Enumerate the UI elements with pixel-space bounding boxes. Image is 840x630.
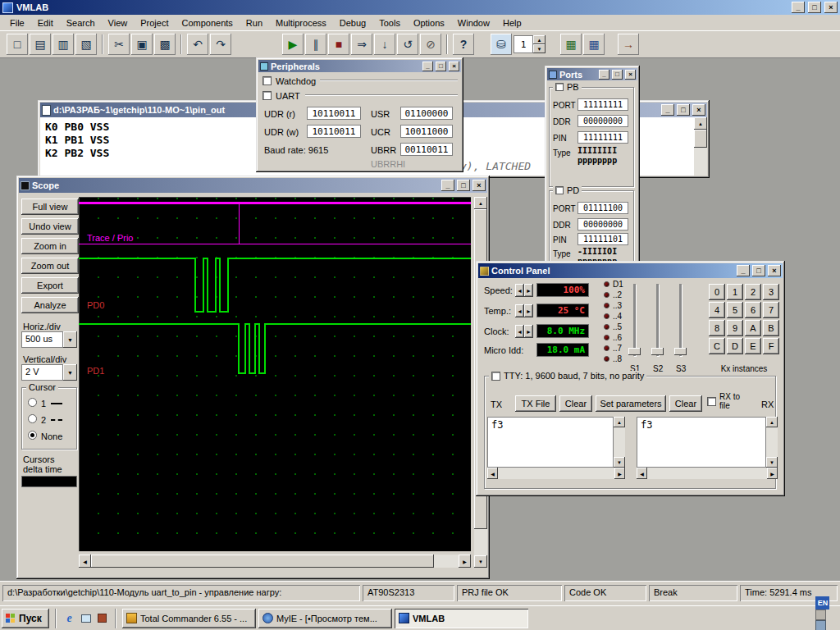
scope-close-button[interactable]: × bbox=[472, 180, 486, 191]
keypad-button-9[interactable]: 9 bbox=[727, 320, 743, 336]
zoom-out-button[interactable]: Zoom out bbox=[21, 258, 79, 274]
menu-item-help[interactable]: Help bbox=[496, 16, 528, 30]
clear-rx-button[interactable]: Clear bbox=[669, 395, 702, 412]
paste-button[interactable]: ▩ bbox=[154, 34, 176, 55]
ports-close-button[interactable]: × bbox=[625, 70, 636, 80]
keypad-button-3[interactable]: 3 bbox=[763, 284, 779, 300]
keypad-button-0[interactable]: 0 bbox=[709, 284, 725, 300]
pd-checkbox[interactable] bbox=[555, 186, 564, 194]
tx-vscroll-down-icon[interactable]: ▼ bbox=[614, 457, 625, 468]
keypad-button-1[interactable]: 1 bbox=[727, 284, 743, 300]
editor-vscroll-thumb[interactable] bbox=[694, 130, 707, 148]
editor-maximize-button[interactable]: □ bbox=[677, 104, 690, 116]
clock-spin-left[interactable]: ◄ bbox=[515, 325, 524, 338]
save-button[interactable]: ▥ bbox=[52, 34, 74, 55]
ports-titlebar[interactable]: Ports _ □ × bbox=[547, 68, 637, 80]
tx-vscroll[interactable]: ▲ ▼ bbox=[614, 417, 625, 468]
start-button[interactable]: Пуск bbox=[2, 609, 49, 628]
tray-language-indicator[interactable]: EN bbox=[815, 596, 829, 609]
keypad-button-c[interactable]: C bbox=[709, 338, 725, 354]
pb-ddr-field[interactable]: 00000000 bbox=[578, 115, 628, 127]
rx-textarea[interactable]: f3 bbox=[637, 417, 766, 468]
peripherals-minimize-button[interactable]: _ bbox=[422, 62, 433, 71]
editor-close-button[interactable]: × bbox=[692, 104, 705, 116]
clock-spin-right[interactable]: ► bbox=[524, 325, 533, 338]
keypad-button-b[interactable]: B bbox=[763, 320, 779, 336]
tx-hscroll[interactable]: ◀ ▶ bbox=[487, 468, 625, 479]
pb-checkbox[interactable] bbox=[555, 83, 564, 91]
ucr-field[interactable]: 10011000 bbox=[400, 125, 453, 138]
rx-to-file-checkbox[interactable] bbox=[707, 397, 716, 406]
rx-vscroll-up-icon[interactable]: ▲ bbox=[766, 417, 778, 427]
clear-tx-button[interactable]: Clear bbox=[559, 395, 592, 412]
pb-pin-field[interactable]: 11111111 bbox=[578, 131, 628, 144]
new-button[interactable]: □ bbox=[7, 34, 28, 55]
reset-button[interactable]: ↺ bbox=[397, 34, 418, 55]
main-close-button[interactable]: × bbox=[824, 2, 838, 13]
menu-item-search[interactable]: Search bbox=[60, 16, 102, 30]
keypad-button-d[interactable]: D bbox=[727, 338, 743, 354]
keypad-button-7[interactable]: 7 bbox=[763, 302, 779, 318]
board-button[interactable]: ▦ bbox=[560, 34, 582, 55]
tray-app-icon[interactable] bbox=[815, 620, 826, 630]
slider-s1-thumb[interactable] bbox=[628, 348, 641, 355]
control-panel-minimize-button[interactable]: _ bbox=[737, 265, 750, 276]
scope-hscroll-thumb[interactable] bbox=[91, 555, 434, 568]
rx-vscroll-down-icon[interactable]: ▼ bbox=[766, 457, 778, 468]
process-count-spinner[interactable]: 1 ▲ ▼ bbox=[514, 35, 546, 53]
scope-hscroll[interactable]: ◀ ▶ bbox=[79, 555, 471, 568]
tx-hscroll-left-icon[interactable]: ◀ bbox=[487, 468, 498, 479]
help-button[interactable]: ? bbox=[453, 34, 474, 55]
exit-button[interactable]: → bbox=[618, 34, 639, 55]
rx-hscroll-right-icon[interactable]: ▶ bbox=[767, 468, 778, 479]
uart-checkbox[interactable] bbox=[262, 91, 272, 100]
control-panel-titlebar[interactable]: Control Panel _ □ × bbox=[478, 263, 783, 278]
temp-spin-left[interactable]: ◄ bbox=[515, 304, 524, 317]
quicklaunch-app-icon[interactable] bbox=[95, 611, 109, 625]
main-maximize-button[interactable]: □ bbox=[808, 2, 821, 13]
temp-spin-right[interactable]: ► bbox=[524, 304, 533, 317]
keypad-button-6[interactable]: 6 bbox=[745, 302, 761, 318]
analyze-button[interactable]: Analyze bbox=[21, 297, 79, 313]
cursor-1-radio[interactable] bbox=[28, 398, 37, 407]
scope-vscroll-down-icon[interactable]: ▼ bbox=[474, 555, 487, 568]
watchdog-checkbox[interactable] bbox=[262, 76, 272, 85]
tx-textarea[interactable]: f3 bbox=[487, 417, 614, 468]
ubrr-field[interactable]: 00110011 bbox=[400, 143, 453, 156]
spin-up-icon[interactable]: ▲ bbox=[533, 35, 546, 44]
task-myie[interactable]: MyIE - [•Просмотр тем... bbox=[258, 609, 392, 628]
copy-button[interactable]: ▣ bbox=[131, 34, 153, 55]
menu-item-debug[interactable]: Debug bbox=[333, 16, 372, 30]
menu-item-project[interactable]: Project bbox=[134, 16, 175, 30]
udr-r-field[interactable]: 10110011 bbox=[307, 107, 361, 120]
pb-port-field[interactable]: 11111111 bbox=[578, 98, 628, 111]
menu-item-options[interactable]: Options bbox=[407, 16, 451, 30]
udr-w-field[interactable]: 10110011 bbox=[307, 125, 361, 138]
set-parameters-button[interactable]: Set parameters bbox=[596, 395, 666, 412]
scope-maximize-button[interactable]: □ bbox=[457, 180, 470, 191]
build-button[interactable]: ▧ bbox=[75, 34, 97, 55]
speed-spin-right[interactable]: ► bbox=[524, 284, 533, 297]
process-button[interactable]: ⛁ bbox=[491, 34, 512, 55]
keypad-button-f[interactable]: F bbox=[763, 338, 779, 354]
cut-button[interactable]: ✂ bbox=[108, 34, 130, 55]
zoom-in-button[interactable]: Zoom in bbox=[21, 238, 79, 254]
task-vmlab[interactable]: VMLAB bbox=[395, 609, 528, 628]
redo-button[interactable]: ↷ bbox=[210, 34, 231, 55]
tx-hscroll-right-icon[interactable]: ▶ bbox=[614, 468, 625, 479]
peripherals-maximize-button[interactable]: □ bbox=[436, 62, 446, 71]
menu-item-components[interactable]: Components bbox=[175, 16, 239, 30]
horiz-div-select[interactable]: 500 us ▼ bbox=[21, 331, 77, 348]
full-view-button[interactable]: Full view bbox=[21, 199, 79, 215]
scope-minimize-button[interactable]: _ bbox=[441, 180, 454, 191]
undo-view-button[interactable]: Undo view bbox=[21, 218, 79, 235]
tx-file-button[interactable]: TX File bbox=[515, 395, 556, 412]
run-button[interactable]: ▶ bbox=[282, 34, 304, 55]
tty-checkbox[interactable] bbox=[491, 372, 500, 381]
editor-vscroll[interactable]: ▲ bbox=[694, 117, 707, 176]
step-over-button[interactable]: ⇒ bbox=[351, 34, 372, 55]
pd-ddr-field[interactable]: 00000000 bbox=[578, 218, 628, 231]
quicklaunch-ie-icon[interactable]: e bbox=[62, 611, 76, 625]
menu-item-edit[interactable]: Edit bbox=[31, 16, 60, 30]
scope-vscroll-up-icon[interactable]: ▲ bbox=[474, 197, 487, 209]
